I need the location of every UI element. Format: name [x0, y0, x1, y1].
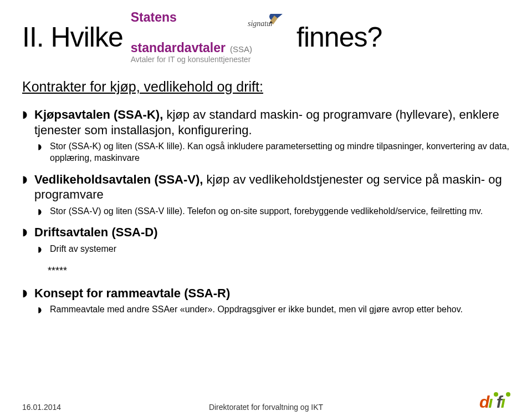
- title-right: finnes?: [296, 23, 382, 51]
- list-item: Kjøpsavtalen (SSA-K), kjøp av standard m…: [34, 107, 510, 164]
- list-item: Driftsavtalen (SSA-D) Drift av systemer: [34, 225, 510, 255]
- pen-signature-icon: signatur: [250, 24, 289, 54]
- list-item: Vedlikeholdsavtalen (SSA-V), kjøp av ved…: [34, 172, 510, 217]
- item-lead-bold: Kjøpsavtalen (SSA-K),: [34, 108, 163, 121]
- title-left: II. Hvilke: [22, 23, 123, 51]
- slide-title: II. Hvilke Statens standardavtaler (SSA)…: [22, 11, 510, 63]
- separator-stars: *****: [48, 265, 510, 277]
- list-item: Konsept for rammeavtale (SSA-R) Rammeavt…: [34, 286, 510, 316]
- footer-center: Direktoratet for forvaltning og IKT: [209, 403, 323, 412]
- logo-line1: Statens: [131, 11, 177, 24]
- logo-line2: standardavtaler: [131, 42, 226, 54]
- sublist-item: Stor (SSA-K) og liten (SSA-K lille). Kan…: [50, 141, 510, 164]
- item-lead-bold: Konsept for rammeavtale (SSA-R): [34, 286, 230, 300]
- logo-subtitle: Avtaler for IT og konsulenttjenester: [131, 55, 251, 63]
- sublist-item: Rammeavtale med andre SSAer «under». Opp…: [50, 304, 510, 316]
- item-lead-bold: Driftsavtalen (SSA-D): [34, 225, 157, 239]
- sublist-item: Drift av systemer: [50, 243, 510, 255]
- difi-logo: dıfı: [479, 393, 510, 412]
- section-subheading: Kontrakter for kjøp, vedlikehold og drif…: [22, 79, 510, 95]
- ssa-logo: Statens standardavtaler (SSA) signatur A…: [131, 11, 289, 63]
- main-list: Kjøpsavtalen (SSA-K), kjøp av standard m…: [22, 107, 510, 255]
- footer-date: 16.01.2014: [22, 403, 61, 412]
- item-lead-bold: Vedlikeholdsavtalen (SSA-V),: [34, 173, 203, 186]
- sublist-item: Stor (SSA-V) og liten (SSA-V lille). Tel…: [50, 206, 510, 217]
- signature-text: signatur: [248, 19, 274, 28]
- secondary-list: Konsept for rammeavtale (SSA-R) Rammeavt…: [22, 286, 510, 316]
